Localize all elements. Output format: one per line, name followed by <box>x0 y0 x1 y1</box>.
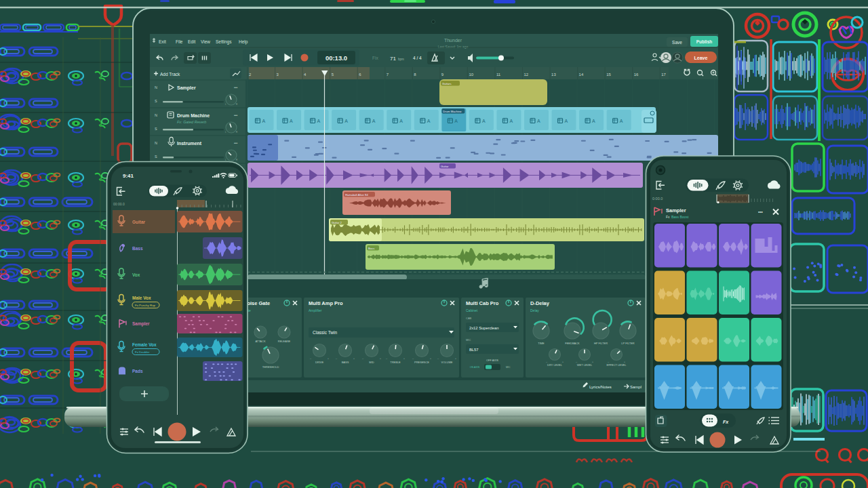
svg-text:Bass Boost: Bass Boost <box>671 215 689 219</box>
svg-text:•••: ••• <box>758 209 764 214</box>
svg-text:Sampler: Sampler <box>666 207 686 214</box>
svg-text:0:00.0: 0:00.0 <box>652 197 663 201</box>
svg-text:Fx: Fx <box>723 420 729 424</box>
svg-text:Fx: Fx <box>666 215 670 219</box>
